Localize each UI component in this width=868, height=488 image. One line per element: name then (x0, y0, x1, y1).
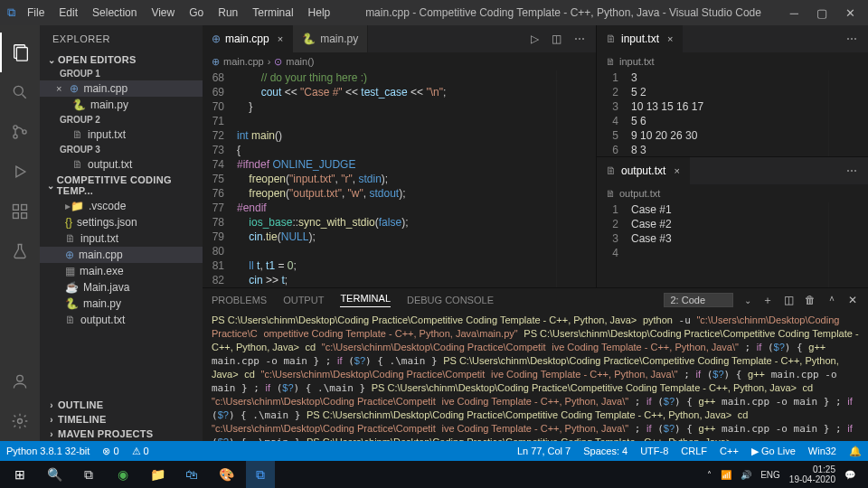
svg-rect-9 (22, 205, 27, 211)
vscode-icon[interactable]: ⧉ (246, 461, 275, 488)
tab-main.py[interactable]: 🐍 main.py (293, 25, 368, 52)
minimize-icon[interactable]: ─ (790, 6, 798, 20)
panel-tab-terminal[interactable]: TERMINAL (340, 293, 391, 307)
start-icon[interactable]: ⊞ (5, 461, 34, 488)
status-item[interactable]: C++ (713, 446, 745, 457)
kill-terminal-icon[interactable]: 🗑 (805, 294, 816, 306)
clock[interactable]: 01:25 19-04-2020 (789, 465, 835, 484)
section-maven projects[interactable]: ›MAVEN PROJECTS (40, 427, 203, 441)
code-editor[interactable]: 68 69 70 71 72 73 74 75 76 77 78 79 80 8… (203, 70, 596, 287)
status-item[interactable]: Win32 (802, 446, 843, 457)
run-icon[interactable]: ▷ (531, 33, 539, 45)
chrome-icon[interactable]: ◉ (108, 461, 137, 488)
more-icon[interactable]: ⋯ (846, 33, 857, 45)
tray-chevron-icon[interactable]: ˄ (707, 470, 712, 480)
file-item[interactable]: 🗎 input.txt (40, 230, 203, 247)
explorer-icon[interactable] (0, 33, 40, 72)
activity-bar (0, 25, 40, 441)
gear-icon[interactable] (0, 401, 40, 441)
file-item[interactable]: 🐍 main.py (40, 296, 203, 312)
status-item[interactable]: Spaces: 4 (577, 446, 634, 457)
close-icon[interactable]: ✕ (845, 6, 855, 20)
menu-view[interactable]: View (145, 4, 181, 22)
menu-selection[interactable]: Selection (86, 4, 143, 22)
extensions-icon[interactable] (0, 192, 40, 231)
menu-go[interactable]: Go (183, 4, 210, 22)
minimap[interactable] (556, 70, 596, 287)
terminal-content[interactable]: PS C:\Users\chinm\Desktop\Coding Practic… (203, 312, 868, 441)
close-panel-icon[interactable]: ✕ (848, 294, 857, 306)
menu-run[interactable]: Run (212, 4, 244, 22)
tab-main.cpp[interactable]: ⊕ main.cpp× (203, 25, 293, 52)
panel-tab-problems[interactable]: PROBLEMS (212, 295, 267, 305)
file-item[interactable]: 🗎 output.txt (40, 312, 203, 328)
open-editors-header[interactable]: ⌄OPEN EDITORS (40, 52, 203, 67)
menu-terminal[interactable]: Terminal (246, 4, 299, 22)
status-item[interactable]: ⚠ 0 (126, 446, 156, 457)
file-item[interactable]: ▦ main.exe (40, 263, 203, 279)
file-item[interactable]: {} settings.json (40, 214, 203, 230)
status-item[interactable]: ▶ Go Live (745, 446, 802, 457)
menu-help[interactable]: Help (302, 4, 337, 22)
breadcrumb-symbol: main() (286, 56, 314, 67)
section-outline[interactable]: ›OUTLINE (40, 398, 203, 412)
store-icon[interactable]: 🛍 (177, 461, 206, 488)
menu-edit[interactable]: Edit (52, 4, 84, 22)
status-item[interactable]: ⊗ 0 (96, 446, 125, 457)
panel-tab-debug[interactable]: DEBUG CONSOLE (407, 295, 494, 305)
chevron-down-icon[interactable]: ⌄ (744, 296, 751, 305)
lang-indicator[interactable]: ENG (760, 470, 780, 480)
text-editor-input[interactable]: 1 2 3 4 5 6 7 3 5 2 10 13 15 16 17 5 6 9… (597, 70, 868, 156)
source-control-icon[interactable] (0, 112, 40, 152)
tab-input[interactable]: 🗎input.txt× (597, 25, 683, 52)
status-item[interactable]: Ln 77, Col 7 (511, 446, 577, 457)
debug-icon[interactable] (0, 152, 40, 192)
close-tab-icon[interactable]: × (674, 165, 679, 176)
file-item[interactable]: ▸📁 .vscode (40, 198, 203, 214)
open-editor-item[interactable]: 🐍 main.py (40, 97, 203, 113)
tab-output[interactable]: 🗎output.txt× (597, 157, 690, 184)
code-content[interactable]: 3 5 2 10 13 15 16 17 5 6 9 10 20 26 30 8… (627, 70, 828, 156)
split-terminal-icon[interactable]: ◫ (784, 294, 794, 306)
minimap[interactable] (828, 202, 868, 288)
search-icon[interactable]: 🔍 (40, 461, 69, 488)
close-tab-icon[interactable]: × (667, 33, 673, 44)
folder-header[interactable]: ⌄COMPETITIVE CODING TEMP... (40, 173, 203, 198)
code-content[interactable]: // do your thing here :) cout << "Case #… (233, 70, 556, 287)
code-content[interactable]: Case #1 Case #2 Case #3 (627, 202, 828, 288)
menu-file[interactable]: File (21, 4, 51, 22)
paint-icon[interactable]: 🎨 (212, 461, 241, 488)
file-item[interactable]: ☕ Main.java (40, 279, 203, 296)
test-icon[interactable] (0, 231, 40, 271)
network-icon[interactable]: 📶 (721, 470, 731, 480)
notifications-icon[interactable]: 💬 (844, 470, 855, 480)
breadcrumb-input[interactable]: 🗎input.txt (597, 52, 868, 70)
open-editor-item[interactable]: 🗎 output.txt (40, 156, 203, 173)
text-editor-output[interactable]: 1 2 3 4 Case #1 Case #2 Case #3 (597, 202, 868, 288)
open-editor-item[interactable]: ×⊕ main.cpp (40, 80, 203, 97)
more-icon[interactable]: ⋯ (846, 164, 857, 177)
terminal-selector[interactable]: 2: Code (664, 293, 733, 307)
window-title: main.cpp - Competitive Coding Template -… (336, 6, 790, 19)
section-timeline[interactable]: ›TIMELINE (40, 412, 203, 427)
status-item[interactable]: CRLF (675, 446, 713, 457)
new-terminal-icon[interactable]: ＋ (762, 293, 773, 308)
breadcrumb-output[interactable]: 🗎output.txt (597, 184, 868, 202)
open-editor-item[interactable]: 🗎 input.txt (40, 127, 203, 143)
task-view-icon[interactable]: ⧉ (74, 461, 103, 488)
account-icon[interactable] (0, 361, 40, 401)
search-icon[interactable] (0, 72, 40, 112)
status-item[interactable]: Python 3.8.1 32-bit (0, 446, 96, 457)
split-icon[interactable]: ◫ (552, 33, 561, 45)
explorer-icon[interactable]: 📁 (143, 461, 172, 488)
maximize-panel-icon[interactable]: ＾ (826, 293, 837, 308)
minimap[interactable] (828, 70, 868, 156)
file-item[interactable]: ⊕ main.cpp (40, 247, 203, 263)
volume-icon[interactable]: 🔊 (741, 470, 751, 480)
maximize-icon[interactable]: ▢ (816, 6, 827, 20)
more-icon[interactable]: ⋯ (574, 33, 585, 45)
breadcrumb-1[interactable]: ⊕ main.cpp › ⊙ main() (203, 52, 596, 70)
panel-tab-output[interactable]: OUTPUT (283, 295, 324, 305)
status-item[interactable]: UTF-8 (634, 446, 675, 457)
status-item[interactable]: 🔔 (843, 446, 868, 457)
